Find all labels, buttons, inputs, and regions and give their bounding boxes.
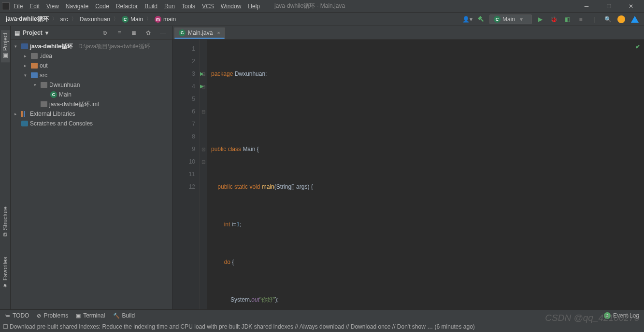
project-tree[interactable]: ▾java-dwhile循环 D:\java项目\java-dwhile循环 ▸… — [11, 40, 172, 130]
left-toolwindow-bar: ▣Project ⧉Structure ★Favorites — [0, 26, 11, 309]
side-tab-favorites[interactable]: ★Favorites — [1, 254, 10, 292]
menubar: File Edit View Navigate Code Refactor Bu… — [14, 3, 260, 10]
event-log[interactable]: 1Event Log — [604, 312, 639, 319]
tree-class[interactable]: CMain — [11, 90, 172, 99]
settings-icon[interactable]: ✿ — [143, 28, 154, 38]
source-folder-icon — [31, 72, 38, 78]
line-num[interactable]: 9 — [174, 143, 195, 155]
line-num[interactable]: 2 — [174, 55, 195, 68]
close-button[interactable]: ✕ — [620, 0, 642, 13]
run-line-icon[interactable]: ▶ — [200, 80, 204, 93]
run-config-select[interactable]: CMain▾ — [489, 14, 532, 24]
status-bar: ☐ Download pre-built shared indexes: Red… — [0, 321, 644, 332]
collapse-all-icon[interactable]: ≣ — [129, 28, 139, 38]
debug-button[interactable]: 🐞 — [548, 14, 559, 25]
crumb-project[interactable]: java-dwhile循环 — [6, 15, 49, 23]
tree-iml[interactable]: java-dwhile循环.iml — [11, 99, 172, 109]
menu-vcs[interactable]: VCS — [202, 3, 214, 10]
scratch-icon — [21, 121, 28, 126]
crumb-pkg[interactable]: Dwxunhuan — [80, 16, 110, 23]
menu-tools[interactable]: Tools — [182, 3, 195, 10]
code-area[interactable]: 1 2 3▶ 4▶ 5 6 7 8 9 10 11 12 ⊟⊟ ⊟ ⊡⊡ — [172, 40, 644, 309]
main-area: ▣Project ⧉Structure ★Favorites ▤ Project… — [0, 26, 644, 309]
statusbar-icon[interactable]: ☐ — [3, 323, 8, 330]
module-icon — [21, 43, 28, 49]
maximize-button[interactable]: ☐ — [598, 0, 620, 13]
bottom-toolbar: ≔ TODO ⊘ Problems ▣ Terminal 🔨 Build 1Ev… — [0, 310, 644, 321]
search-icon[interactable]: 🔍 — [602, 14, 613, 25]
side-tab-project[interactable]: ▣Project — [1, 30, 10, 62]
tool-terminal[interactable]: ▣ Terminal — [76, 312, 105, 319]
package-icon — [41, 82, 47, 88]
build-icon[interactable] — [476, 14, 487, 25]
tool-problems[interactable]: ⊘ Problems — [37, 312, 68, 319]
run-button[interactable]: ▶ — [535, 14, 545, 25]
editor-tabbar: C Main.java × — [172, 26, 644, 40]
side-tab-structure[interactable]: ⧉Structure — [1, 204, 10, 239]
folder-icon — [31, 63, 38, 69]
ide-update-icon[interactable] — [630, 14, 640, 25]
select-opened-icon[interactable]: ⊕ — [100, 28, 110, 38]
crumb-src[interactable]: src — [60, 16, 68, 23]
tree-ext-lib[interactable]: ▸External Libraries — [11, 109, 172, 119]
breadcrumb[interactable]: java-dwhile循环〉 src〉 Dwxunhuan〉 CMain〉 mm… — [4, 15, 178, 23]
line-num[interactable]: 3▶ — [174, 68, 195, 80]
hide-panel-icon[interactable]: — — [157, 28, 168, 38]
tool-build[interactable]: 🔨 Build — [113, 312, 135, 319]
tree-idea[interactable]: ▸.idea — [11, 51, 172, 61]
line-gutter[interactable]: 1 2 3▶ 4▶ 5 6 7 8 9 10 11 12 — [172, 40, 200, 309]
expand-all-icon[interactable]: ≡ — [114, 28, 125, 38]
menu-file[interactable]: File — [14, 3, 23, 10]
project-panel: ▤ Project ▾ ⊕ ≡ ≣ ✿ — ▾java-dwhile循环 D:\… — [11, 26, 172, 309]
coverage-button[interactable]: ◧ — [562, 14, 572, 25]
tree-src[interactable]: ▾src — [11, 70, 172, 80]
stop-button[interactable]: ■ — [575, 14, 586, 25]
tool-todo[interactable]: ≔ TODO — [5, 312, 29, 319]
window-controls: ─ ☐ ✕ — [575, 0, 642, 13]
menu-view[interactable]: View — [46, 3, 59, 10]
folder-icon — [31, 53, 38, 59]
sync-icon[interactable] — [616, 14, 627, 25]
line-num[interactable]: 10 — [174, 155, 195, 168]
tree-scratch[interactable]: Scratches and Consoles — [11, 119, 172, 128]
navbar: java-dwhile循环〉 src〉 Dwxunhuan〉 CMain〉 mm… — [0, 13, 644, 26]
menu-help[interactable]: Help — [248, 3, 260, 10]
line-num[interactable]: 4▶ — [174, 80, 195, 93]
menu-run[interactable]: Run — [164, 3, 175, 10]
close-tab-icon[interactable]: × — [217, 30, 220, 36]
crumb-method[interactable]: main — [163, 16, 176, 23]
class-icon: C — [50, 91, 57, 98]
app-icon — [2, 2, 10, 10]
menu-edit[interactable]: Edit — [29, 3, 40, 10]
menu-navigate[interactable]: Navigate — [66, 3, 88, 10]
tree-pkg[interactable]: ▾Dwxunhuan — [11, 80, 172, 90]
menu-window[interactable]: Window — [221, 3, 242, 10]
editor-area: C Main.java × 1 2 3▶ 4▶ 5 6 7 8 9 10 11 … — [172, 26, 644, 309]
minimize-button[interactable]: ─ — [575, 0, 598, 13]
crumb-class[interactable]: Main — [130, 16, 143, 23]
code-body[interactable]: package Dwxunhuan; public class Main { p… — [207, 40, 644, 309]
class-icon: C — [122, 16, 129, 23]
editor-tab-main[interactable]: C Main.java × — [174, 28, 225, 39]
window-title: java-dwhile循环 - Main.java — [274, 2, 345, 10]
library-icon — [21, 111, 28, 117]
divider: | — [589, 14, 600, 25]
add-user-icon[interactable]: 👤▾ — [462, 14, 473, 25]
menu-code[interactable]: Code — [95, 3, 109, 10]
status-message[interactable]: Download pre-built shared indexes: Reduc… — [10, 323, 641, 330]
inspection-ok-icon[interactable]: ✔ — [635, 43, 640, 50]
run-line-icon[interactable]: ▶ — [200, 68, 204, 80]
file-icon — [41, 101, 47, 107]
tree-root[interactable]: ▾java-dwhile循环 D:\java项目\java-dwhile循环 — [11, 42, 172, 51]
line-num[interactable]: 7 — [174, 118, 195, 130]
line-num[interactable]: 12 — [174, 180, 195, 193]
tree-out[interactable]: ▸out — [11, 61, 172, 70]
menu-refactor[interactable]: Refactor — [116, 3, 138, 10]
line-num[interactable]: 6 — [174, 105, 195, 118]
project-panel-title[interactable]: ▤ Project ▾ — [14, 29, 48, 36]
menu-build[interactable]: Build — [144, 3, 157, 10]
line-num[interactable]: 8 — [174, 130, 195, 143]
line-num[interactable]: 5 — [174, 93, 195, 105]
line-num[interactable]: 1 — [174, 42, 195, 55]
line-num[interactable]: 11 — [174, 168, 195, 180]
